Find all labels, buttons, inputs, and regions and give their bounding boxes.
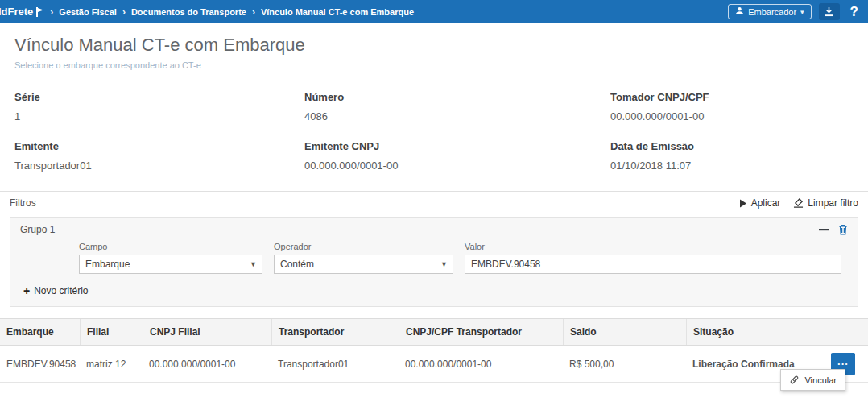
breadcrumb-item[interactable]: Vínculo Manual CT-e com Embarque [261,7,414,17]
field-value: 00.000.000/0001-00 [304,160,610,172]
eraser-icon [793,198,804,208]
filter-group-title: Grupo 1 [20,224,55,235]
chevron-down-icon: ▼ [440,260,448,268]
field-data-emissao: Data de Emissão 01/10/2018 11:07 [610,140,854,172]
link-icon [789,375,800,385]
field-numero: Número 4086 [304,91,610,122]
delete-group-button[interactable] [838,224,848,235]
page: ldFrete › Gestão Fiscal › Documentos do … [0,0,868,406]
valor-control: Valor [465,242,848,274]
filters-actions: Aplicar Limpar filtro [739,197,858,209]
topbar: ldFrete › Gestão Fiscal › Documentos do … [0,0,868,23]
add-criteria-button[interactable]: + Novo critério [10,276,858,306]
page-title: Vínculo Manual CT-e com Embarque [14,35,868,56]
vincular-menu-item[interactable]: Vincular [780,369,845,391]
field-label: Emitente CNPJ [304,140,610,152]
download-button[interactable] [819,3,840,20]
column-header[interactable]: Situação [686,319,868,345]
valor-input[interactable] [465,255,841,274]
column-header[interactable]: CNPJ/CPF Transportador [399,319,563,345]
column-header[interactable]: CNPJ Filial [143,319,271,345]
add-criteria-label: Novo critério [34,285,88,296]
field-serie: Série 1 [14,91,304,122]
user-icon [735,6,744,17]
filter-group-header: Grupo 1 [10,218,858,237]
user-menu-button[interactable]: Embarcador ▾ [728,4,811,19]
table-row[interactable]: EMBDEV.90458 matriz 12 00.000.000/0001-0… [0,346,868,383]
app-logo-text: ldFrete [0,6,33,18]
download-icon [824,6,834,17]
campo-label: Campo [79,242,262,251]
play-icon [739,199,747,208]
field-value: 1 [14,110,304,122]
cell-cnpj-transportador: 00.000.000/0001-00 [399,358,563,370]
field-value: 01/10/2018 11:07 [610,160,854,172]
filters-bar: Filtros Aplicar Limpar filtro [0,191,868,213]
field-value: 00.000.000/0001-00 [610,110,854,122]
operador-selected-value: Contém [280,259,314,270]
field-label: Tomador CNPJ/CPF [610,91,854,103]
field-label: Número [304,91,610,103]
field-label: Data de Emissão [610,140,854,152]
filter-group-panel: Grupo 1 Campo Embarque ▼ Operador [10,217,858,307]
campo-select[interactable]: Embarque ▼ [79,255,262,274]
field-label: Série [14,91,304,103]
page-subtitle: Selecione o embarque correspondente ao C… [14,60,868,70]
app-logo[interactable]: ldFrete [0,6,43,18]
apply-filter-label: Aplicar [751,197,781,209]
filter-criteria-row: Campo Embarque ▼ Operador Contém ▼ Valor [10,237,858,276]
operador-label: Operador [274,242,453,251]
clear-filter-label: Limpar filtro [808,197,858,209]
apply-filter-button[interactable]: Aplicar [739,197,781,209]
trash-icon [838,224,848,235]
flag-icon [35,7,43,17]
operador-control: Operador Contém ▼ [274,242,453,274]
table-header: Embarque Filial CNPJ Filial Transportado… [0,318,868,346]
field-label: Emitente [14,140,304,152]
column-header[interactable]: Transportador [271,319,399,345]
cell-filial: matriz 12 [80,358,143,370]
collapse-group-button[interactable] [819,228,829,231]
topbar-actions: Embarcador ▾ ? [728,3,862,20]
breadcrumb-item[interactable]: Gestão Fiscal [59,7,117,17]
vincular-label: Vincular [804,375,837,385]
operador-select[interactable]: Contém ▼ [274,255,453,274]
cell-cnpj-filial: 00.000.000/0001-00 [143,358,271,370]
column-header[interactable]: Saldo [563,319,686,345]
field-value: 4086 [304,110,610,122]
filter-group-actions [819,224,848,235]
chevron-down-icon: ▾ [800,8,804,16]
chevron-right-icon: › [122,6,126,18]
cell-saldo: R$ 500,00 [563,358,686,370]
campo-selected-value: Embarque [85,259,130,270]
column-header[interactable]: Filial [80,319,143,345]
field-emitente: Emitente Transportador01 [14,140,304,172]
clear-filter-button[interactable]: Limpar filtro [793,197,858,209]
breadcrumb: › Gestão Fiscal › Documentos do Transpor… [50,6,728,18]
help-button[interactable]: ? [847,4,862,20]
user-menu-label: Embarcador [748,7,796,17]
chevron-right-icon: › [252,6,255,18]
minus-icon [819,228,829,231]
page-header: Vínculo Manual CT-e com Embarque Selecio… [0,23,868,78]
field-tomador-cnpj: Tomador CNPJ/CPF 00.000.000/0001-00 [610,91,854,122]
column-header[interactable]: Embarque [0,319,80,345]
plus-icon: + [23,287,30,295]
chevron-down-icon: ▼ [250,260,257,268]
campo-control: Campo Embarque ▼ [79,242,262,274]
cell-transportador: Transportador01 [271,358,399,370]
cte-details: Série 1 Número 4086 Tomador CNPJ/CPF 00.… [0,78,868,191]
cell-embarque: EMBDEV.90458 [0,358,80,370]
field-value: Transportador01 [14,160,304,172]
valor-label: Valor [465,242,841,251]
breadcrumb-item[interactable]: Documentos do Transporte [131,7,246,17]
field-emitente-cnpj: Emitente CNPJ 00.000.000/0001-00 [304,140,610,172]
chevron-right-icon: › [50,6,53,18]
filters-title: Filtros [10,197,36,209]
